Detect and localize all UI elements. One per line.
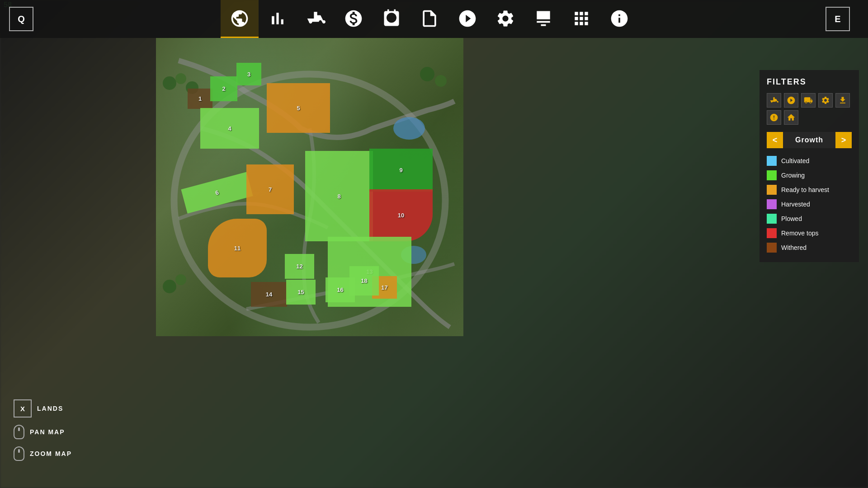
land-5[interactable]: 5 [267,83,330,133]
cultivated-color [767,156,777,166]
top-bar-nav [33,0,826,38]
growing-label: Growing [781,172,805,179]
withered-label: Withered [781,244,807,251]
harvested-label: Harvested [781,201,810,208]
svg-point-8 [393,117,425,140]
land-8[interactable]: 8 [305,151,373,241]
nav-maintenance[interactable] [486,0,524,38]
land-12[interactable]: 12 [285,254,314,279]
svg-point-2 [175,73,186,84]
nav-finance[interactable] [335,0,373,38]
map-background: 1 2 3 4 5 6 7 8 9 10 11 12 13 14 15 16 1… [156,38,463,336]
nav-missions[interactable] [448,0,486,38]
svg-point-1 [163,76,176,90]
land-18[interactable]: 18 [349,266,379,296]
svg-point-7 [175,274,186,285]
remove-tops-label: Remove tops [781,230,818,237]
cultivated-label: Cultivated [781,157,809,164]
x-key: X [14,399,32,418]
nav-map[interactable] [221,0,259,38]
legend-plowed[interactable]: Plowed [767,211,852,226]
land-11[interactable]: 11 [208,219,267,277]
nav-contracts[interactable] [410,0,448,38]
filters-title: FILTERS [767,77,852,87]
land-3[interactable]: 3 [236,63,261,85]
filter-home-btn[interactable] [784,110,798,125]
q-button[interactable]: Q [9,7,33,31]
filters-panel: FILTERS < Growth > Culti [760,70,859,262]
bottom-controls: X LANDS PAN MAP ZOOM MAP [14,399,72,461]
land-2[interactable]: 2 [210,76,237,101]
mouse-right-btn-icon [14,446,24,461]
filter-truck-btn[interactable] [801,93,816,108]
land-1[interactable]: 1 [188,89,212,109]
legend: Cultivated Growing Ready to harvest Harv… [767,154,852,255]
mouse-left-btn-icon [14,425,24,439]
nav-vehicles[interactable] [297,0,335,38]
filter-settings-btn[interactable] [818,93,833,108]
map-container[interactable]: 1 2 3 4 5 6 7 8 9 10 11 12 13 14 15 16 1… [156,38,463,336]
legend-cultivated[interactable]: Cultivated [767,154,852,168]
ctrl-zoom-label: ZOOM MAP [30,450,72,457]
ready-to-harvest-label: Ready to harvest [781,186,829,193]
growth-nav-label: Growth [783,136,835,144]
growth-next-btn[interactable]: > [835,132,852,148]
nav-animals[interactable] [373,0,410,38]
e-button[interactable]: E [826,7,850,31]
ctrl-lands-label: LANDS [37,405,63,412]
ctrl-lands[interactable]: X LANDS [14,399,72,418]
land-7[interactable]: 7 [246,164,294,214]
legend-withered[interactable]: Withered [767,240,852,255]
top-bar-left: Q [0,7,33,31]
ready-to-harvest-color [767,185,777,195]
nav-production[interactable] [562,0,600,38]
filter-worker-btn[interactable] [784,93,798,108]
svg-point-5 [435,75,447,87]
filter-download-btn[interactable] [835,93,850,108]
growth-prev-btn[interactable]: < [767,132,783,148]
filter-icons-row [767,93,852,125]
land-9[interactable]: 9 [369,149,433,192]
filter-tractor-btn[interactable] [767,93,781,108]
filter-alert-btn[interactable] [767,110,781,125]
legend-remove-tops[interactable]: Remove tops [767,226,852,240]
nav-info[interactable] [600,0,638,38]
harvested-color [767,199,777,209]
growing-color [767,170,777,180]
legend-growing[interactable]: Growing [767,168,852,183]
ctrl-zoom-map[interactable]: ZOOM MAP [14,446,72,461]
legend-harvested[interactable]: Harvested [767,197,852,211]
ctrl-pan-map[interactable]: PAN MAP [14,425,72,439]
nav-monitor[interactable] [524,0,562,38]
svg-point-4 [420,67,434,81]
land-10[interactable]: 10 [369,189,433,241]
land-14[interactable]: 14 [251,282,287,307]
top-bar: Q [0,0,868,38]
withered-color [767,243,777,253]
land-15[interactable]: 15 [286,280,316,305]
legend-ready-to-harvest[interactable]: Ready to harvest [767,183,852,197]
remove-tops-color [767,228,777,238]
plowed-label: Plowed [781,215,802,222]
growth-nav: < Growth > [767,132,852,148]
nav-statistics[interactable] [259,0,297,38]
svg-point-6 [163,280,176,293]
ctrl-pan-label: PAN MAP [30,428,65,436]
land-4[interactable]: 4 [200,108,259,149]
plowed-color [767,214,777,224]
